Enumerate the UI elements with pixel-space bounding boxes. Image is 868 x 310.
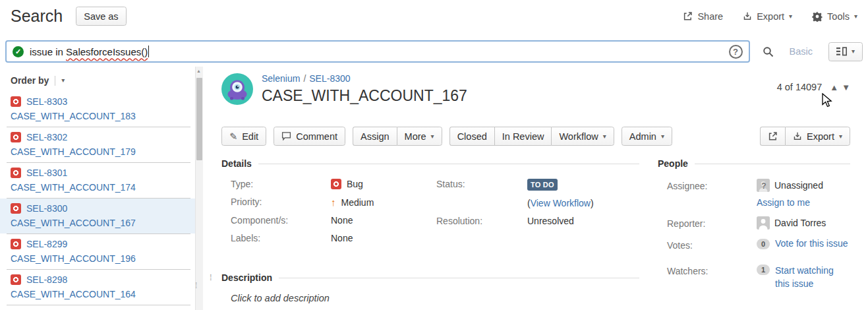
svg-text:?: ? [761, 181, 766, 191]
caret-down-icon: ▾ [789, 13, 792, 20]
issue-key-link[interactable]: SEL-8300 [26, 203, 67, 214]
tools-label: Tools [827, 11, 850, 22]
section-rule [279, 278, 639, 278]
next-issue-arrow-icon[interactable]: ▼ [842, 83, 850, 92]
share-icon [683, 11, 693, 21]
workflow-button[interactable]: Workflow ▾ [551, 127, 614, 146]
issue-key-link[interactable]: SEL-8301 [26, 168, 67, 178]
breadcrumb: Selenium/SEL-8300 [262, 73, 467, 84]
description-drag-handle[interactable]: ⁞ [210, 272, 212, 282]
section-rule [258, 164, 639, 164]
issue-key-link[interactable]: SEL-8298 [26, 274, 67, 285]
vote-for-issue-link[interactable]: Vote for this issue [775, 238, 848, 249]
start-watching-link[interactable]: Start watching this issue [775, 264, 850, 291]
scrollbar-thumb[interactable] [196, 78, 202, 160]
bug-type-icon [11, 203, 21, 214]
comment-button[interactable]: Comment [274, 127, 345, 146]
jql-search-input[interactable]: ✓ issue in SalesforceIssues() ? [5, 40, 750, 63]
share-export-group: Export ▾ [760, 127, 850, 146]
search-submit-icon[interactable] [763, 46, 774, 57]
reporter-field: Reporter: David Torres [667, 216, 850, 230]
description-placeholder[interactable]: Click to add description [231, 293, 639, 303]
assign-more-group: Assign More ▾ [353, 127, 442, 146]
layout-switcher-button[interactable]: ▾ [828, 42, 863, 61]
section-rule [695, 164, 850, 164]
assign-button[interactable]: Assign [353, 127, 397, 146]
people-column: People Assignee: ? Unassigned [658, 158, 850, 303]
valid-query-check-icon: ✓ [13, 46, 24, 57]
priority-value: Medium [341, 197, 374, 208]
save-as-button[interactable]: Save as [76, 7, 126, 26]
detail-columns: Details Type: Bug Priority: ↑Medium [221, 158, 850, 303]
panel-resize-handle[interactable]: ⁞ [195, 281, 197, 290]
view-workflow-link[interactable]: View Workflow [531, 198, 591, 208]
order-by-dropdown[interactable]: Order by ▾ [0, 75, 195, 86]
issue-toolbar: ✎ Edit Comment Assign More ▾ [221, 127, 850, 146]
breadcrumb-title-block: Selenium/SEL-8300 CASE_WITH_ACCOUNT_167 [262, 73, 467, 105]
list-item-selected[interactable]: SEL-8300 CASE_WITH_ACCOUNT_167 [0, 199, 195, 233]
list-item[interactable]: SEL-8303 CASE_WITH_ACCOUNT_183 [0, 92, 195, 127]
export-icon [743, 11, 752, 21]
issue-summary-link[interactable]: CASE_WITH_ACCOUNT_164 [11, 289, 136, 299]
breadcrumb-separator: / [303, 73, 306, 84]
edit-button[interactable]: ✎ Edit [221, 127, 266, 146]
issue-key-link[interactable]: SEL-8303 [26, 96, 67, 107]
bug-type-icon [11, 168, 21, 178]
caret-down-icon: ▾ [854, 13, 857, 20]
basic-mode-link[interactable]: Basic [790, 46, 813, 57]
share-button[interactable]: Share [683, 11, 723, 22]
caret-down-icon: ▾ [661, 133, 664, 140]
scrollbar-up-arrow[interactable]: ▲ [196, 69, 201, 73]
gear-icon [812, 11, 823, 22]
layout-icon [836, 47, 847, 56]
list-item[interactable]: SEL-8302 CASE_WITH_ACCOUNT_179 [0, 127, 195, 162]
breadcrumb-issue-key-link[interactable]: SEL-8300 [309, 73, 350, 84]
breadcrumb-project-link[interactable]: Selenium [262, 73, 300, 84]
issue-summary-link[interactable]: CASE_WITH_ACCOUNT_196 [11, 253, 136, 264]
admin-button[interactable]: Admin ▾ [622, 127, 672, 146]
more-button[interactable]: More ▾ [397, 127, 442, 146]
page-title: Search [11, 7, 63, 26]
query-text: issue in SalesforceIssues() [30, 46, 149, 57]
list-item[interactable]: SEL-8301 CASE_WITH_ACCOUNT_174 [0, 163, 195, 198]
sidebar-scrollbar[interactable]: ▲ [195, 67, 203, 310]
bug-type-icon [11, 239, 21, 249]
issue-key-link[interactable]: SEL-8302 [26, 132, 67, 142]
export-icon [793, 131, 802, 141]
view-workflow-wrap: (View Workflow) [527, 198, 594, 208]
details-heading: Details [221, 158, 252, 169]
issue-summary-link[interactable]: CASE_WITH_ACCOUNT_183 [11, 111, 136, 121]
order-by-divider [55, 76, 55, 86]
tools-button[interactable]: Tools ▾ [812, 11, 857, 22]
issue-summary-link[interactable]: CASE_WITH_ACCOUNT_167 [11, 218, 136, 228]
labels-value: None [331, 233, 353, 243]
labels-field: Labels: None [231, 233, 436, 243]
list-item[interactable]: SEL-8299 CASE_WITH_ACCOUNT_196 [0, 234, 195, 269]
share-issue-button[interactable] [760, 127, 785, 146]
query-function-text: SalesforceIssues() [66, 46, 148, 57]
issue-key-link[interactable]: SEL-8299 [26, 239, 67, 249]
export-button[interactable]: Export ▾ [743, 11, 792, 22]
syntax-help-icon[interactable]: ? [729, 45, 743, 59]
caret-down-icon: ▾ [852, 48, 855, 55]
previous-issue-arrow-icon[interactable]: ▲ [830, 83, 838, 92]
issue-summary-link[interactable]: CASE_WITH_ACCOUNT_179 [11, 146, 136, 157]
comment-bubble-icon [281, 131, 291, 141]
caret-down-icon: ▾ [61, 77, 65, 84]
description-section: ⁞ Description Click to add description [221, 272, 639, 303]
issue-summary-link[interactable]: CASE_WITH_ACCOUNT_174 [11, 182, 136, 193]
issue-detail-panel: ⁞ S [203, 67, 868, 310]
closed-transition-button[interactable]: Closed [449, 127, 494, 146]
pencil-icon: ✎ [229, 131, 237, 142]
share-label: Share [697, 11, 723, 22]
text-cursor [148, 46, 149, 57]
assign-to-me-link[interactable]: Assign to me [757, 197, 810, 208]
list-item[interactable]: SEL-8298 CASE_WITH_ACCOUNT_164 [0, 270, 195, 305]
type-value: Bug [347, 179, 363, 189]
in-review-transition-button[interactable]: In Review [494, 127, 552, 146]
reporter-avatar [757, 216, 770, 230]
search-row: ✓ issue in SalesforceIssues() ? Basic ▾ [5, 40, 863, 63]
status-field: Status: TO DO [436, 179, 639, 191]
content-area: Order by ▾ SEL-8303 CASE_WITH_ACCOUNT_18… [0, 67, 868, 310]
export-issue-button[interactable]: Export ▾ [785, 127, 850, 146]
